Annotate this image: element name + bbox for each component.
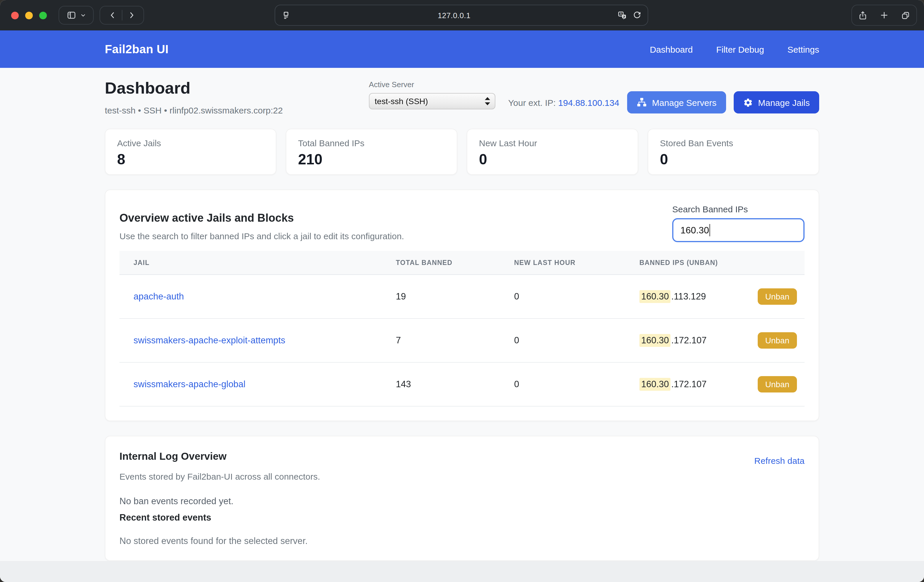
sidebar-toggle-button[interactable]: [59, 6, 94, 25]
zoom-window-button[interactable]: [39, 12, 47, 19]
search-banned-ips-label: Search Banned IPs: [672, 204, 805, 214]
overview-title: Overview active Jails and Blocks: [119, 212, 404, 225]
refresh-data-link[interactable]: Refresh data: [754, 455, 805, 465]
stat-label: Active Jails: [117, 138, 264, 148]
nav-links: Dashboard Filter Debug Settings: [650, 44, 819, 54]
page-title: Dashboard: [105, 79, 369, 98]
col-header-jail: JAIL: [119, 251, 396, 275]
col-header-banned-ips: BANNED IPS (UNBAN): [639, 251, 805, 275]
internal-log-panel: Internal Log Overview Refresh data Event…: [105, 436, 819, 561]
nav-link-settings[interactable]: Settings: [787, 44, 819, 54]
unban-button[interactable]: Unban: [757, 288, 797, 305]
toolbar-right-group: [851, 5, 917, 26]
stat-card-active-jails: Active Jails 8: [105, 129, 276, 175]
manage-jails-button[interactable]: Manage Jails: [733, 91, 819, 113]
unban-button[interactable]: Unban: [757, 376, 797, 393]
total-banned-value: 143: [396, 362, 514, 406]
recent-stored-events-title: Recent stored events: [119, 512, 805, 523]
active-server-label: Active Server: [369, 80, 495, 89]
reader-icon[interactable]: [281, 10, 291, 20]
no-stored-events-text: No stored events found for the selected …: [119, 536, 805, 546]
sidebar-icon: [66, 10, 77, 20]
stats-row: Active Jails 8 Total Banned IPs 210 New …: [105, 129, 819, 175]
nav-link-filter-debug[interactable]: Filter Debug: [716, 44, 764, 54]
stat-label: New Last Hour: [479, 138, 626, 148]
history-nav-group: [99, 6, 144, 25]
total-banned-value: 19: [396, 275, 514, 319]
table-row: swissmakers-apache-global 143 0 160.30 .…: [119, 362, 805, 406]
col-header-total-banned: TOTAL BANNED: [396, 251, 514, 275]
tabs-overview-icon[interactable]: [901, 10, 911, 20]
app-navbar: Fail2ban UI Dashboard Filter Debug Setti…: [0, 30, 924, 68]
reload-icon[interactable]: [632, 10, 642, 20]
jail-link[interactable]: swissmakers-apache-global: [134, 379, 246, 389]
stat-value: 0: [479, 151, 626, 168]
text-cursor: [709, 224, 710, 236]
browser-window: 127.0.0.1 A: [0, 0, 924, 582]
log-subtitle: Events stored by Fail2ban-UI across all …: [119, 472, 805, 482]
divider: [122, 10, 122, 20]
ip-highlight: 160.30: [639, 334, 671, 347]
back-button[interactable]: [109, 11, 117, 19]
stat-value: 210: [298, 151, 445, 168]
new-last-hour-value: 0: [514, 319, 639, 362]
new-last-hour-value: 0: [514, 362, 639, 406]
gear-icon: [743, 97, 753, 107]
sitemap-icon: [636, 98, 647, 107]
jail-link[interactable]: swissmakers-apache-exploit-attempts: [134, 335, 285, 345]
jails-overview-panel: Overview active Jails and Blocks Use the…: [105, 189, 819, 421]
stat-card-new-last-hour: New Last Hour 0: [467, 129, 638, 175]
close-window-button[interactable]: [11, 12, 19, 19]
new-last-hour-value: 0: [514, 275, 639, 319]
stat-value: 8: [117, 151, 264, 168]
ip-rest: .113.129: [672, 291, 706, 302]
external-ip-value[interactable]: 194.88.100.134: [558, 97, 619, 107]
nav-link-dashboard[interactable]: Dashboard: [650, 44, 693, 54]
external-ip-label: Your ext. IP:: [508, 97, 556, 107]
brand-logo[interactable]: Fail2ban UI: [105, 43, 168, 56]
no-ban-events-text: No ban events recorded yet.: [119, 496, 805, 506]
forward-button[interactable]: [127, 11, 135, 19]
chevron-down-icon: [80, 12, 86, 18]
ip-highlight: 160.30: [639, 378, 671, 391]
table-row: apache-auth 19 0 160.30 .113.129 Unban: [119, 275, 805, 319]
svg-text:A: A: [620, 12, 622, 16]
ip-rest: .172.107: [672, 335, 707, 346]
search-banned-ips-input[interactable]: [672, 218, 805, 242]
jails-table: JAIL TOTAL BANNED NEW LAST HOUR BANNED I…: [119, 251, 805, 406]
stat-label: Total Banned IPs: [298, 138, 445, 148]
manage-servers-label: Manage Servers: [652, 97, 716, 107]
page-body: Dashboard test-ssh • SSH • rlinfp02.swis…: [0, 68, 924, 582]
manage-jails-label: Manage Jails: [758, 97, 810, 107]
dashboard-header: Dashboard test-ssh • SSH • rlinfp02.swis…: [105, 79, 819, 115]
traffic-lights: [11, 12, 47, 19]
share-icon[interactable]: [858, 10, 868, 20]
new-tab-icon[interactable]: [879, 10, 889, 20]
col-header-new-last-hour: NEW LAST HOUR: [514, 251, 639, 275]
external-ip: Your ext. IP: 194.88.100.134: [508, 97, 619, 107]
url-text: 127.0.0.1: [291, 11, 617, 20]
ip-rest: .172.107: [672, 379, 707, 390]
server-subtitle: test-ssh • SSH • rlinfp02.swissmakers.co…: [105, 105, 369, 115]
address-bar[interactable]: 127.0.0.1 A: [275, 5, 648, 26]
stat-value: 0: [660, 151, 807, 168]
translate-icon[interactable]: A: [617, 10, 627, 20]
overview-subtitle: Use the search to filter banned IPs and …: [119, 231, 404, 241]
unban-button[interactable]: Unban: [757, 332, 797, 349]
manage-servers-button[interactable]: Manage Servers: [627, 91, 726, 113]
ip-highlight: 160.30: [639, 290, 671, 303]
total-banned-value: 7: [396, 319, 514, 362]
stat-label: Stored Ban Events: [660, 138, 807, 148]
browser-toolbar: 127.0.0.1 A: [0, 0, 924, 30]
jail-link[interactable]: apache-auth: [134, 291, 184, 301]
active-server-select[interactable]: test-ssh (SSH): [369, 93, 495, 109]
stat-card-total-banned: Total Banned IPs 210: [286, 129, 457, 175]
log-title: Internal Log Overview: [119, 450, 227, 463]
stat-card-stored-events: Stored Ban Events 0: [648, 129, 819, 175]
table-row: swissmakers-apache-exploit-attempts 7 0 …: [119, 319, 805, 362]
table-header-row: JAIL TOTAL BANNED NEW LAST HOUR BANNED I…: [119, 251, 805, 275]
minimize-window-button[interactable]: [25, 12, 33, 19]
app-footer: [0, 561, 924, 582]
